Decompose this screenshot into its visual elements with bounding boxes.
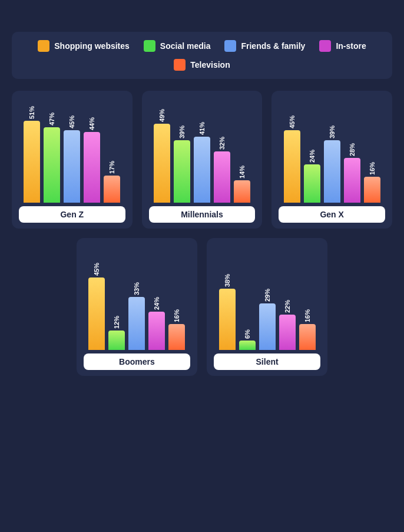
bar-wrapper-shopping: 45% xyxy=(88,258,105,350)
bar-pct-shopping: 38% xyxy=(224,269,231,287)
chart-title-genz: Gen Z xyxy=(19,206,125,223)
bar-tv xyxy=(364,177,380,203)
bar-pct-shopping: 45% xyxy=(289,111,296,128)
chart-title-millennials: Millennials xyxy=(149,206,256,223)
bar-pct-friends: 29% xyxy=(264,284,271,302)
bar-pct-friends: 39% xyxy=(329,121,336,138)
chart-title-boomers: Boomers xyxy=(84,353,190,370)
bar-shopping xyxy=(154,124,170,203)
bar-chart-silent: 38%6%29%22%16% xyxy=(214,247,320,350)
legend: Shopping websites Social media Friends &… xyxy=(12,32,392,79)
legend-swatch-tv xyxy=(174,59,186,71)
bar-chart-millennials: 49%39%41%32%14% xyxy=(149,100,256,203)
bar-pct-tv: 16% xyxy=(369,157,376,175)
bar-pct-instore: 28% xyxy=(349,138,356,156)
bar-pct-shopping: 49% xyxy=(158,104,165,122)
legend-label-instore: In-store xyxy=(336,41,366,51)
bar-pct-shopping: 45% xyxy=(93,258,100,276)
bar-wrapper-shopping: 49% xyxy=(154,104,170,203)
bar-instore xyxy=(279,315,296,350)
bar-pct-social: 39% xyxy=(178,121,186,138)
bar-pct-social: 47% xyxy=(48,108,55,125)
chart-card-genx: 45%24%39%28%16%Gen X xyxy=(271,91,392,229)
bar-wrapper-social: 39% xyxy=(174,121,190,203)
bar-chart-boomers: 45%12%33%24%16% xyxy=(84,247,190,350)
legend-item-instore: In-store xyxy=(319,40,366,52)
legend-item-shopping: Shopping websites xyxy=(38,40,130,52)
bar-friends xyxy=(128,297,145,350)
bar-wrapper-shopping: 51% xyxy=(24,101,40,203)
bar-wrapper-instore: 28% xyxy=(344,138,360,203)
bar-shopping xyxy=(88,277,105,350)
bar-wrapper-social: 12% xyxy=(108,311,125,350)
bar-friends xyxy=(64,130,80,203)
bar-wrapper-social: 24% xyxy=(304,145,320,203)
bar-wrapper-instore: 22% xyxy=(279,295,296,350)
chart-card-millennials: 49%39%41%32%14%Millennials xyxy=(142,91,263,229)
bar-pct-social: 6% xyxy=(244,321,251,339)
legend-swatch-friends xyxy=(224,40,236,52)
bar-pct-friends: 33% xyxy=(133,277,140,295)
bar-pct-instore: 24% xyxy=(153,292,160,310)
bar-shopping xyxy=(24,121,40,203)
legend-item-social: Social media xyxy=(144,40,211,52)
bar-pct-instore: 22% xyxy=(284,295,291,313)
bar-instore xyxy=(344,158,360,203)
bar-chart-genx: 45%24%39%28%16% xyxy=(279,100,385,203)
bar-wrapper-friends: 41% xyxy=(194,117,210,203)
bar-wrapper-instore: 44% xyxy=(84,113,100,203)
bar-pct-tv: 16% xyxy=(173,305,180,322)
bar-tv xyxy=(168,324,185,350)
bar-pct-friends: 45% xyxy=(68,111,75,128)
bar-social xyxy=(44,127,60,203)
bar-pct-instore: 44% xyxy=(88,113,95,130)
bar-wrapper-instore: 24% xyxy=(148,292,165,350)
bar-pct-instore: 32% xyxy=(218,132,226,150)
charts-bottom-grid: 45%12%33%24%16%Boomers38%6%29%22%16%Sile… xyxy=(77,238,327,376)
bar-pct-shopping: 51% xyxy=(28,101,35,119)
chart-title-genx: Gen X xyxy=(279,206,385,223)
bar-social xyxy=(239,341,256,350)
bar-wrapper-shopping: 45% xyxy=(284,111,300,203)
bar-pct-friends: 41% xyxy=(198,117,206,135)
legend-item-friends: Friends & family xyxy=(224,40,305,52)
chart-title-silent: Silent xyxy=(214,353,320,370)
bar-pct-tv: 14% xyxy=(239,161,246,179)
legend-label-social: Social media xyxy=(160,41,211,51)
bar-tv xyxy=(299,324,316,350)
bar-wrapper-tv: 17% xyxy=(104,156,120,203)
bar-social xyxy=(174,140,190,203)
bar-pct-tv: 16% xyxy=(304,305,311,322)
bar-shopping xyxy=(284,130,300,203)
bar-wrapper-friends: 33% xyxy=(128,277,145,350)
bar-pct-social: 12% xyxy=(113,311,120,329)
bar-wrapper-tv: 16% xyxy=(299,305,316,350)
chart-card-boomers: 45%12%33%24%16%Boomers xyxy=(77,238,197,376)
bar-tv xyxy=(234,180,250,203)
bar-wrapper-instore: 32% xyxy=(214,132,230,203)
bar-wrapper-friends: 29% xyxy=(259,284,276,350)
bar-wrapper-friends: 39% xyxy=(324,121,340,203)
bar-wrapper-social: 6% xyxy=(239,321,256,350)
chart-card-silent: 38%6%29%22%16%Silent xyxy=(207,238,327,376)
bar-friends xyxy=(194,137,210,203)
legend-label-friends: Friends & family xyxy=(241,41,305,51)
legend-swatch-shopping xyxy=(38,40,49,52)
bar-wrapper-tv: 16% xyxy=(364,157,380,203)
bar-wrapper-shopping: 38% xyxy=(219,269,236,350)
bar-social xyxy=(108,331,125,350)
bar-instore xyxy=(148,312,165,350)
bar-pct-social: 24% xyxy=(309,145,316,163)
bar-instore xyxy=(214,151,230,203)
legend-label-shopping: Shopping websites xyxy=(54,41,130,51)
bar-wrapper-social: 47% xyxy=(44,108,60,203)
bar-shopping xyxy=(219,289,236,350)
legend-item-tv: Television xyxy=(174,59,230,71)
legend-label-tv: Television xyxy=(190,60,230,70)
bar-friends xyxy=(324,140,340,203)
bar-social xyxy=(304,164,320,203)
charts-top-grid: 51%47%45%44%17%Gen Z49%39%41%32%14%Mille… xyxy=(12,91,392,229)
bar-friends xyxy=(259,303,276,350)
bar-tv xyxy=(104,176,120,203)
bar-wrapper-friends: 45% xyxy=(64,111,80,203)
